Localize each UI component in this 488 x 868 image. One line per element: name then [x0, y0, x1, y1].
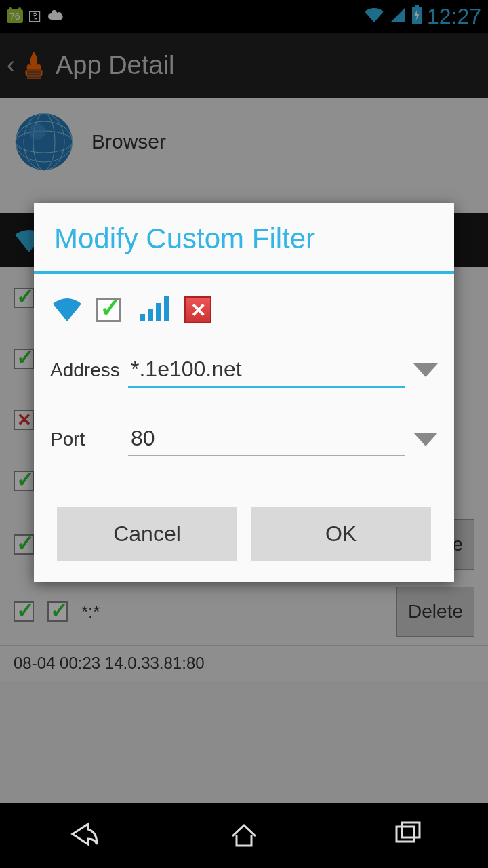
svg-rect-14	[156, 303, 161, 321]
status-time: 12:27	[427, 4, 481, 29]
list-item-text: *:*	[81, 601, 396, 623]
back-icon[interactable]: ‹	[7, 51, 15, 79]
app-bar: ‹ App Detail	[0, 33, 488, 98]
signal-status-icon	[389, 6, 407, 26]
nav-bar	[0, 803, 488, 868]
delete-button[interactable]: Delete	[396, 587, 474, 637]
svg-rect-13	[148, 309, 153, 321]
list-item: *:* Delete	[0, 578, 488, 646]
app-logo-icon	[18, 49, 50, 81]
signal-icon	[140, 295, 172, 325]
battery-status-icon	[411, 5, 423, 27]
dialog-title: Modify Custom Filter	[34, 203, 454, 271]
checkbox-icon[interactable]	[14, 288, 34, 308]
svg-rect-15	[164, 296, 169, 321]
port-input[interactable]	[128, 422, 405, 456]
signal-block-icon[interactable]: ✕	[184, 296, 211, 323]
app-name-label: Browser	[92, 130, 166, 153]
app-info-row: Browser	[0, 98, 488, 186]
status-bar: 76 ⚿ 12:27	[0, 0, 488, 33]
port-dropdown-icon[interactable]	[413, 433, 438, 446]
address-input[interactable]	[128, 353, 405, 388]
page-title: App Detail	[56, 51, 174, 80]
port-row: Port	[50, 422, 438, 456]
svg-point-6	[16, 113, 73, 170]
port-label: Port	[50, 429, 128, 450]
checkbox-icon[interactable]	[14, 471, 34, 491]
wifi-status-icon	[363, 6, 385, 26]
nav-home-button[interactable]	[227, 817, 261, 854]
svg-rect-12	[140, 314, 145, 321]
x-icon[interactable]	[14, 410, 34, 430]
address-row: Address	[50, 353, 438, 388]
svg-rect-1	[415, 5, 419, 7]
modify-filter-dialog: Modify Custom Filter ✕ Address	[34, 203, 454, 582]
checkbox-icon[interactable]	[14, 601, 34, 622]
connection-icons-row: ✕	[50, 294, 438, 326]
address-dropdown-icon[interactable]	[413, 363, 438, 377]
globe-icon	[14, 111, 75, 172]
address-label: Address	[50, 359, 128, 381]
checkbox-icon[interactable]	[14, 534, 34, 555]
wifi-icon	[50, 294, 84, 326]
nav-recent-button[interactable]	[390, 817, 424, 854]
nav-back-button[interactable]	[64, 817, 98, 854]
checkbox-icon[interactable]	[14, 349, 34, 369]
svg-rect-17	[402, 823, 420, 837]
log-line: 08-04 00:23 14.0.33.81:80	[0, 646, 488, 681]
cloud-icon	[47, 7, 66, 25]
key-icon: ⚿	[28, 9, 42, 24]
android-badge: 76	[7, 9, 23, 23]
checkbox-icon[interactable]	[47, 601, 68, 622]
cancel-button[interactable]: Cancel	[57, 507, 237, 561]
ok-button[interactable]: OK	[251, 507, 431, 561]
wifi-checkbox[interactable]	[96, 298, 121, 322]
svg-point-11	[29, 123, 45, 140]
svg-rect-16	[396, 827, 414, 842]
